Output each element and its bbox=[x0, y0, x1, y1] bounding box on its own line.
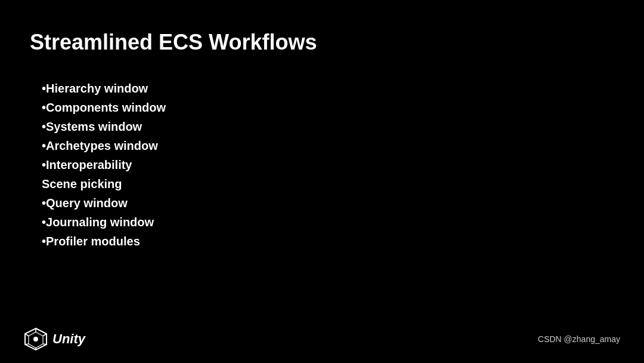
watermark-text: CSDN @zhang_amay bbox=[538, 334, 620, 344]
bullet-item-3: •Archetypes window bbox=[42, 136, 614, 155]
bullet-item-8: •Profiler modules bbox=[42, 232, 614, 251]
unity-logo-icon bbox=[24, 327, 48, 351]
svg-line-4 bbox=[43, 344, 47, 344]
bullet-item-6: •Query window bbox=[42, 193, 614, 213]
slide-title: Streamlined ECS Workflows bbox=[30, 30, 614, 55]
svg-point-8 bbox=[33, 337, 38, 342]
unity-logo: Unity bbox=[24, 327, 85, 351]
footer: Unity CSDN @zhang_amay bbox=[0, 327, 644, 351]
svg-line-6 bbox=[25, 344, 29, 344]
bullet-item-2: •Systems window bbox=[42, 117, 614, 136]
bullet-item-1: •Components window bbox=[42, 98, 614, 117]
bullet-item-7: •Journaling window bbox=[42, 213, 614, 232]
bullet-item-0: •Hierarchy window bbox=[42, 79, 614, 98]
slide-container: Streamlined ECS Workflows •Hierarchy win… bbox=[0, 0, 644, 363]
bullet-list: •Hierarchy window•Components window•Syst… bbox=[42, 79, 614, 251]
bullet-item-4: •Interoperability bbox=[42, 155, 614, 174]
bullet-item-5: Scene picking bbox=[42, 174, 614, 193]
unity-logo-text: Unity bbox=[52, 331, 85, 347]
